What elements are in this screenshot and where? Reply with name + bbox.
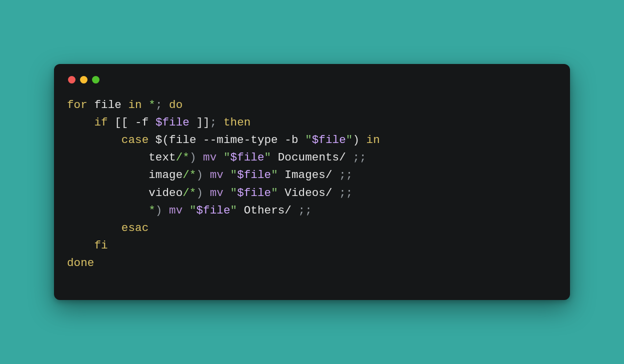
code-token: mv — [203, 151, 216, 164]
code-token: fi — [94, 239, 108, 252]
code-token: Videos/ — [284, 186, 332, 200]
terminal-window: for file in *; do if [[ -f $file ]]; the… — [54, 64, 570, 300]
code-line: video/*) mv "$file" Videos/ ;; — [67, 184, 557, 202]
code-token: file — [94, 98, 121, 112]
code-token: $( — [156, 134, 169, 146]
code-token: ) — [352, 134, 360, 146]
code-token: " — [230, 186, 238, 200]
code-token: Images/ — [284, 168, 332, 182]
code-token: case — [122, 134, 148, 146]
code-token: $file — [237, 186, 271, 200]
code-token: ;; — [332, 186, 353, 200]
code-token: mv — [210, 168, 224, 182]
code-token — [148, 116, 156, 129]
code-token: ;; — [332, 168, 353, 182]
code-token: ;; — [292, 204, 312, 217]
code-token: image — [148, 168, 182, 182]
code-token: file — [169, 134, 203, 146]
code-token: " — [271, 186, 278, 200]
code-token: ) — [196, 168, 210, 182]
code-token: -f — [135, 116, 148, 129]
code-token: " — [264, 151, 272, 164]
code-token — [224, 186, 230, 200]
code-token: ;; — [346, 151, 366, 164]
code-token: done — [67, 256, 94, 270]
code-token: $file — [230, 151, 264, 164]
code-token: Others/ — [244, 204, 292, 217]
code-line: image/*) mv "$file" Images/ ;; — [67, 166, 557, 184]
code-token: ]] — [190, 116, 210, 129]
code-token: $file — [196, 204, 230, 217]
code-line: case $(file --mime-type -b "$file") in — [67, 132, 557, 149]
code-token: " — [190, 204, 196, 217]
code-token: /* — [182, 186, 196, 200]
code-token: [[ — [114, 116, 135, 129]
code-token: in — [128, 98, 142, 112]
code-token: $file — [312, 134, 346, 146]
code-token: ) — [156, 204, 169, 217]
code-token — [278, 186, 285, 200]
code-token — [108, 116, 115, 129]
code-token: esac — [122, 222, 148, 234]
code-token — [278, 168, 285, 182]
code-token: --mime-type -b — [203, 134, 298, 146]
code-token — [122, 98, 128, 112]
code-token: for — [67, 98, 88, 112]
code-token: * — [148, 98, 156, 112]
code-line: *) mv "$file" Others/ ;; — [67, 202, 557, 220]
code-line: fi — [67, 237, 557, 254]
code-line: esac — [67, 220, 557, 237]
code-token: " — [305, 134, 312, 146]
code-token: Documents/ — [278, 151, 346, 164]
code-token: ; — [156, 98, 169, 112]
code-token — [298, 134, 306, 146]
code-token — [237, 204, 244, 217]
code-token: " — [346, 134, 353, 146]
code-token: * — [148, 204, 156, 217]
code-token — [360, 134, 366, 146]
code-token: video — [148, 186, 182, 200]
code-token: " — [271, 168, 278, 182]
code-line: done — [67, 254, 557, 272]
code-line: if [[ -f $file ]]; then — [67, 114, 557, 132]
code-token: then — [224, 116, 250, 129]
code-token: ) — [196, 186, 210, 200]
code-line: text/*) mv "$file" Documents/ ;; — [67, 149, 557, 166]
titlebar — [67, 75, 557, 96]
code-token: $file — [237, 168, 271, 182]
code-token: mv — [210, 186, 224, 200]
code-token: if — [94, 116, 108, 129]
code-token — [182, 204, 190, 217]
code-token — [216, 151, 224, 164]
zoom-icon[interactable] — [92, 76, 100, 84]
code-token: " — [224, 151, 230, 164]
code-token: /* — [182, 168, 196, 182]
code-token — [271, 151, 278, 164]
code-token — [88, 98, 94, 112]
close-icon[interactable] — [68, 76, 76, 84]
code-token: do — [169, 98, 182, 112]
code-token: text — [148, 151, 176, 164]
code-token: $file — [156, 116, 190, 129]
minimize-icon[interactable] — [80, 76, 88, 84]
code-token — [142, 98, 149, 112]
code-token — [148, 134, 156, 146]
code-token: " — [230, 168, 238, 182]
code-token: " — [230, 204, 238, 217]
code-token: ) — [190, 151, 203, 164]
code-block: for file in *; do if [[ -f $file ]]; the… — [67, 96, 557, 272]
code-token: ; — [210, 116, 224, 129]
code-token: in — [366, 134, 380, 146]
code-token: mv — [169, 204, 182, 217]
code-line: for file in *; do — [67, 96, 557, 114]
code-token: /* — [176, 151, 190, 164]
code-token — [224, 168, 230, 182]
